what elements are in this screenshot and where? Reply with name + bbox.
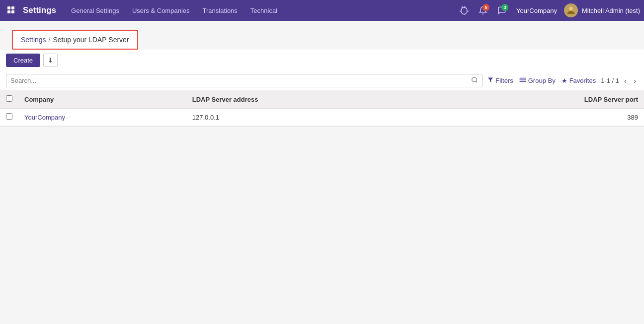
company-name[interactable]: YourCompany <box>513 7 560 14</box>
table-header-row: Company LDAP Server address LDAP Server … <box>0 90 644 109</box>
star-icon: ★ <box>562 77 567 84</box>
group-by-label: Group By <box>528 77 556 84</box>
cell-ldap-address: 127.0.0.1 <box>186 109 435 126</box>
svg-rect-2 <box>7 10 10 13</box>
header-checkbox-cell <box>0 90 18 109</box>
svg-point-8 <box>472 77 477 82</box>
search-box <box>6 74 483 87</box>
breadcrumb-parent[interactable]: Settings <box>21 36 46 44</box>
cell-ldap-port: 389 <box>435 109 644 126</box>
avatar[interactable] <box>564 3 578 17</box>
svg-rect-3 <box>11 10 14 13</box>
favorites-label: Favorites <box>569 77 596 84</box>
ldap-table: Company LDAP Server address LDAP Server … <box>0 90 644 126</box>
toolbar: Create ⬇ <box>0 50 644 71</box>
bug-icon-btn[interactable] <box>457 3 472 18</box>
grid-icon[interactable]: ​ <box>4 3 19 18</box>
search-filter-bar: Filters Group By ★ Favorites 1-1 / 1 ‹ <box>0 71 644 90</box>
group-by-icon <box>519 77 526 84</box>
notification-badge: 5 <box>483 4 489 11</box>
filters-button[interactable]: Filters <box>487 77 513 84</box>
menu-item-translations[interactable]: Translations <box>197 4 243 17</box>
select-all-checkbox[interactable] <box>6 95 12 102</box>
message-badge: 3 <box>501 4 508 11</box>
search-icon <box>471 76 478 85</box>
menu-item-users-companies[interactable]: Users & Companies <box>126 4 196 17</box>
next-page-button[interactable]: › <box>632 75 638 86</box>
row-checkbox-cell <box>0 109 18 126</box>
top-menu: General Settings Users & Companies Trans… <box>65 4 455 17</box>
search-input[interactable] <box>10 77 471 84</box>
svg-point-7 <box>569 7 572 10</box>
breadcrumb-separator: / <box>49 36 51 44</box>
notification-btn[interactable]: 5 <box>476 3 490 18</box>
group-by-button[interactable]: Group By <box>519 77 556 84</box>
filter-group: Filters Group By ★ Favorites <box>487 77 596 84</box>
cell-company[interactable]: YourCompany <box>18 109 186 126</box>
topnav-right: 5 3 YourCompany Mitchell Admin (test) <box>457 3 640 18</box>
username[interactable]: Mitchell Admin (test) <box>582 7 640 14</box>
header-ldap-port: LDAP Server port <box>435 90 644 109</box>
download-button[interactable]: ⬇ <box>43 54 58 67</box>
svg-marker-10 <box>488 78 493 82</box>
breadcrumb-current: Setup your LDAP Server <box>53 36 129 44</box>
menu-item-general-settings[interactable]: General Settings <box>65 4 125 17</box>
pagination-text: 1-1 / 1 <box>601 77 619 84</box>
download-icon: ⬇ <box>48 57 53 64</box>
prev-page-button[interactable]: ‹ <box>622 75 629 86</box>
main-content: Settings / Setup your LDAP Server Create… <box>0 21 644 324</box>
app-brand: Settings <box>23 5 56 15</box>
filters-label: Filters <box>495 77 513 84</box>
pagination: 1-1 / 1 ‹ › <box>601 75 638 86</box>
table-row: YourCompany 127.0.0.1 389 <box>0 109 644 126</box>
menu-item-technical[interactable]: Technical <box>244 4 283 17</box>
svg-rect-0 <box>7 6 10 9</box>
create-button[interactable]: Create <box>6 54 40 67</box>
table-container: Company LDAP Server address LDAP Server … <box>0 90 644 126</box>
svg-rect-1 <box>11 6 14 9</box>
favorites-button[interactable]: ★ Favorites <box>562 77 596 84</box>
breadcrumb: Settings / Setup your LDAP Server <box>12 30 138 50</box>
svg-line-9 <box>476 81 478 83</box>
message-btn[interactable]: 3 <box>494 3 509 18</box>
filter-icon <box>487 77 493 84</box>
row-checkbox[interactable] <box>6 113 12 120</box>
top-navigation: ​ Settings General Settings Users & Comp… <box>0 0 644 21</box>
header-ldap-address: LDAP Server address <box>186 90 435 109</box>
header-company: Company <box>18 90 186 109</box>
